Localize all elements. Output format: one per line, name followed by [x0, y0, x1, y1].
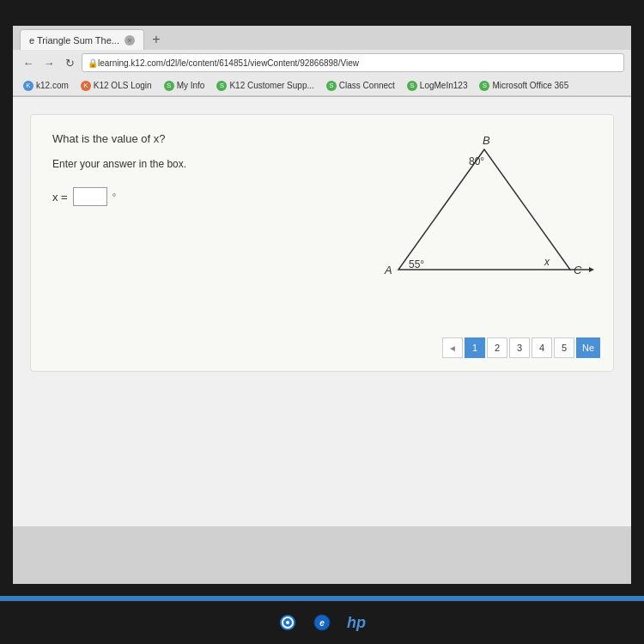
svg-point-2 — [286, 621, 289, 624]
vertex-a-label: A — [384, 264, 392, 276]
monitor: e Triangle Sum The... × + ← → ↻ 🔒 learni… — [0, 0, 644, 644]
new-tab-button[interactable]: + — [148, 31, 165, 48]
answer-input[interactable] — [73, 187, 107, 206]
bookmark-myinfo[interactable]: S My Info — [161, 80, 209, 92]
windows-start-icon[interactable] — [275, 610, 301, 635]
bookmark-classconnect-icon: S — [326, 81, 337, 91]
page-content: What is the value of x? Enter your answe… — [13, 97, 631, 526]
page-2-button[interactable]: 2 — [487, 337, 507, 358]
bookmark-logmein[interactable]: S LogMeIn123 — [404, 80, 471, 92]
angle-x-label: x — [544, 256, 550, 268]
hp-logo: hp — [343, 610, 369, 635]
page-4-button[interactable]: 4 — [532, 337, 552, 358]
vertex-b-label: B — [483, 134, 490, 147]
tab-bar: e Triangle Sum The... × + — [13, 26, 631, 50]
bookmark-logmein-icon: S — [407, 81, 417, 91]
page-5-button[interactable]: 5 — [554, 337, 574, 358]
question-container: What is the value of x? Enter your answe… — [30, 114, 614, 372]
bookmark-office365[interactable]: S Microsoft Office 365 — [476, 80, 572, 92]
arrow-head — [589, 267, 594, 272]
taskbar: e hp — [0, 601, 644, 644]
triangle-svg: B 80° A 55° x C — [373, 132, 596, 304]
tab-title: e Triangle Sum The... — [29, 35, 119, 46]
tab-close-button[interactable]: × — [125, 35, 135, 46]
degree-symbol: ° — [112, 191, 116, 202]
back-button[interactable]: ← — [20, 54, 37, 71]
bookmark-classconnect[interactable]: S Class Connect — [323, 80, 398, 92]
angle-b-label: 80° — [469, 155, 484, 167]
bookmark-k12[interactable]: K k12.com — [20, 80, 72, 92]
answer-label: x = — [52, 191, 68, 204]
bookmark-k12-icon: K — [23, 81, 33, 91]
bookmark-ols-icon: K — [81, 81, 91, 91]
forward-button[interactable]: → — [40, 54, 58, 71]
page-3-button[interactable]: 3 — [509, 337, 530, 358]
bookmarks-bar: K k12.com K K12 OLS Login S My Info S K1… — [13, 76, 631, 96]
bookmark-k12support-icon: S — [216, 81, 227, 91]
page-1-button[interactable]: 1 — [465, 337, 485, 358]
bookmark-office365-icon: S — [479, 81, 489, 91]
triangle-shape — [398, 149, 570, 270]
pagination: ◄ 1 2 3 4 5 Ne — [442, 337, 600, 358]
address-bar[interactable]: 🔒 learning.k12.com/d2l/le/content/614851… — [82, 53, 624, 72]
ie-browser-icon[interactable]: e — [309, 610, 335, 635]
active-tab[interactable]: e Triangle Sum The... × — [20, 29, 144, 50]
screen: e Triangle Sum The... × + ← → ↻ 🔒 learni… — [13, 26, 631, 584]
address-bar-row: ← → ↻ 🔒 learning.k12.com/d2l/le/content/… — [13, 50, 631, 76]
refresh-button[interactable]: ↻ — [61, 54, 78, 71]
bookmark-k12support[interactable]: S K12 Customer Supp... — [213, 80, 317, 92]
angle-a-label: 55° — [409, 258, 424, 270]
bookmark-myinfo-icon: S — [164, 81, 174, 91]
lock-icon: 🔒 — [88, 58, 98, 68]
bookmark-ols[interactable]: K K12 OLS Login — [77, 80, 155, 92]
triangle-diagram: B 80° A 55° x C — [373, 132, 596, 304]
prev-page-button[interactable]: ◄ — [442, 337, 463, 358]
next-page-button[interactable]: Ne — [576, 337, 600, 358]
browser-chrome: e Triangle Sum The... × + ← → ↻ 🔒 learni… — [13, 26, 631, 97]
svg-text:e: e — [319, 618, 325, 628]
